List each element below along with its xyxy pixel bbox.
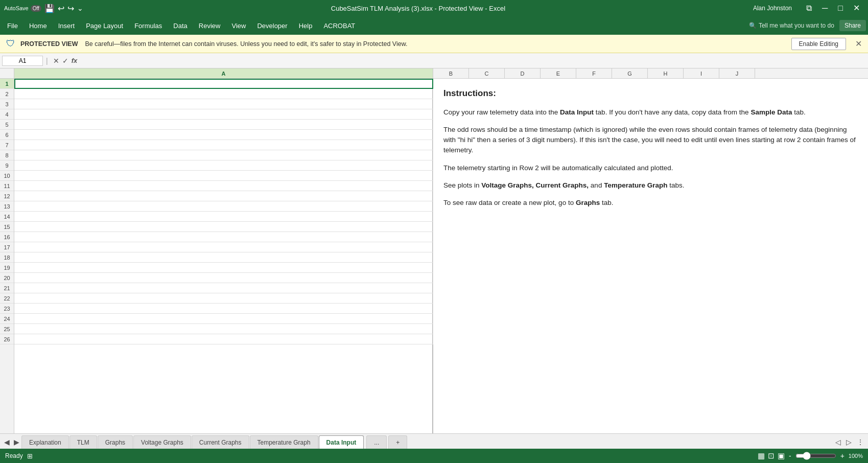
- tab-graphs[interactable]: Graphs: [98, 435, 133, 449]
- table-row: [14, 263, 432, 273]
- status-bar: Ready ⊞ ▦ ⊡ ▣ - + 100%: [0, 449, 868, 463]
- autosave-area: AutoSave Off: [4, 5, 41, 12]
- cell-a5[interactable]: [14, 120, 433, 130]
- tab-more-button[interactable]: ...: [366, 435, 387, 449]
- redo-icon[interactable]: ↪: [67, 4, 74, 13]
- view-page-icon[interactable]: ▣: [778, 451, 785, 460]
- sheet-context-button[interactable]: ⋮: [855, 435, 866, 449]
- tab-scroll-left-button[interactable]: ◀: [2, 435, 12, 449]
- row-num-13: 13: [0, 201, 14, 212]
- cell-a12[interactable]: [14, 191, 433, 201]
- row-num-26: 26: [0, 334, 14, 344]
- sheet-tabs-right: ◁ ▷ ⋮: [833, 435, 868, 449]
- cell-a22[interactable]: [14, 293, 433, 304]
- confirm-icon[interactable]: ✓: [62, 57, 68, 65]
- menu-review[interactable]: Review: [194, 20, 226, 32]
- view-layout-icon[interactable]: ⊡: [768, 451, 775, 460]
- cell-a1[interactable]: [14, 79, 433, 89]
- sheet-scroll-right-button[interactable]: ▷: [844, 435, 854, 449]
- ribbon-toggle-button[interactable]: ⧉: [802, 3, 816, 13]
- col-header-e[interactable]: E: [541, 68, 576, 78]
- menu-acrobat[interactable]: ACROBAT: [318, 20, 360, 32]
- zoom-percentage[interactable]: 100%: [849, 453, 863, 459]
- menu-data[interactable]: Data: [168, 20, 192, 32]
- col-header-j[interactable]: J: [719, 68, 755, 78]
- tab-temperature-graph[interactable]: Temperature Graph: [250, 435, 318, 449]
- cancel-icon[interactable]: ✕: [53, 57, 59, 65]
- cell-a21[interactable]: [14, 283, 433, 293]
- col-header-h[interactable]: H: [648, 68, 684, 78]
- cell-a16[interactable]: [14, 232, 433, 242]
- menu-help[interactable]: Help: [294, 20, 318, 32]
- cell-a26[interactable]: [14, 334, 433, 344]
- share-button[interactable]: Share: [839, 20, 866, 31]
- cell-a25[interactable]: [14, 324, 433, 334]
- view-normal-icon[interactable]: ▦: [758, 451, 765, 460]
- row-numbers: 1234567891011121314151617181920212223242…: [0, 79, 14, 433]
- tab-add-button[interactable]: +: [388, 435, 407, 449]
- tab-data-input[interactable]: Data Input: [319, 435, 364, 449]
- minimize-button[interactable]: ─: [818, 3, 832, 13]
- menu-formulas[interactable]: Formulas: [129, 20, 167, 32]
- zoom-out-button[interactable]: -: [789, 452, 791, 460]
- menu-insert[interactable]: Insert: [53, 20, 80, 32]
- formula-input[interactable]: [81, 56, 866, 65]
- more-commands-icon[interactable]: ⌄: [77, 4, 83, 12]
- col-header-i[interactable]: I: [684, 68, 719, 78]
- cell-a3[interactable]: [14, 99, 433, 109]
- cell-mode-icon[interactable]: ⊞: [27, 452, 33, 460]
- menu-home[interactable]: Home: [24, 20, 52, 32]
- tab-explanation[interactable]: Explanation: [21, 435, 69, 449]
- col-header-f[interactable]: F: [576, 68, 612, 78]
- tab-current-graphs[interactable]: Current Graphs: [192, 435, 249, 449]
- cell-a7[interactable]: [14, 140, 433, 150]
- table-row: [14, 324, 432, 334]
- cell-a19[interactable]: [14, 263, 433, 273]
- tab-voltage-graphs[interactable]: Voltage Graphs: [133, 435, 191, 449]
- fx-icon[interactable]: fx: [72, 57, 78, 65]
- cell-a11[interactable]: [14, 181, 433, 191]
- cell-a4[interactable]: [14, 109, 433, 120]
- undo-icon[interactable]: ↩: [58, 4, 64, 13]
- zoom-in-button[interactable]: +: [840, 452, 844, 460]
- menu-file[interactable]: File: [2, 20, 23, 32]
- cell-a9[interactable]: [14, 160, 433, 171]
- close-button[interactable]: ✕: [849, 3, 864, 13]
- cell-a14[interactable]: [14, 212, 433, 222]
- cell-a10[interactable]: [14, 171, 433, 181]
- menu-page-layout[interactable]: Page Layout: [81, 20, 128, 32]
- save-icon[interactable]: 💾: [44, 4, 55, 13]
- col-header-c[interactable]: C: [469, 68, 505, 78]
- search-label[interactable]: Tell me what you want to do: [759, 22, 834, 29]
- menu-view[interactable]: View: [226, 20, 251, 32]
- enable-editing-button[interactable]: Enable Editing: [791, 38, 846, 50]
- maximize-button[interactable]: □: [834, 3, 847, 13]
- row-num-7: 7: [0, 140, 14, 150]
- name-box[interactable]: [2, 56, 43, 66]
- tab-scroll-right-button[interactable]: ▶: [12, 435, 21, 449]
- cell-a2[interactable]: [14, 89, 433, 99]
- col-header-b[interactable]: B: [433, 68, 469, 78]
- cell-a20[interactable]: [14, 273, 433, 283]
- col-header-d[interactable]: D: [505, 68, 541, 78]
- cell-a6[interactable]: [14, 130, 433, 140]
- protected-bar-close-button[interactable]: ✕: [855, 39, 862, 49]
- cell-a17[interactable]: [14, 242, 433, 252]
- cell-a8[interactable]: [14, 150, 433, 160]
- autosave-toggle[interactable]: Off: [31, 5, 41, 12]
- menu-developer[interactable]: Developer: [252, 20, 292, 32]
- col-header-g[interactable]: G: [612, 68, 648, 78]
- cell-a13[interactable]: [14, 201, 433, 212]
- cell-a23[interactable]: [14, 304, 433, 314]
- row-num-1: 1: [0, 79, 14, 89]
- col-header-a[interactable]: A: [14, 68, 433, 78]
- tab-tlm[interactable]: TLM: [69, 435, 97, 449]
- zoom-slider[interactable]: [795, 452, 836, 460]
- table-row: [14, 130, 432, 140]
- sheet-scroll-left-button[interactable]: ◁: [833, 435, 843, 449]
- table-row: [14, 232, 432, 242]
- cell-a18[interactable]: [14, 252, 433, 263]
- table-row: [14, 191, 432, 201]
- cell-a24[interactable]: [14, 314, 433, 324]
- cell-a15[interactable]: [14, 222, 433, 232]
